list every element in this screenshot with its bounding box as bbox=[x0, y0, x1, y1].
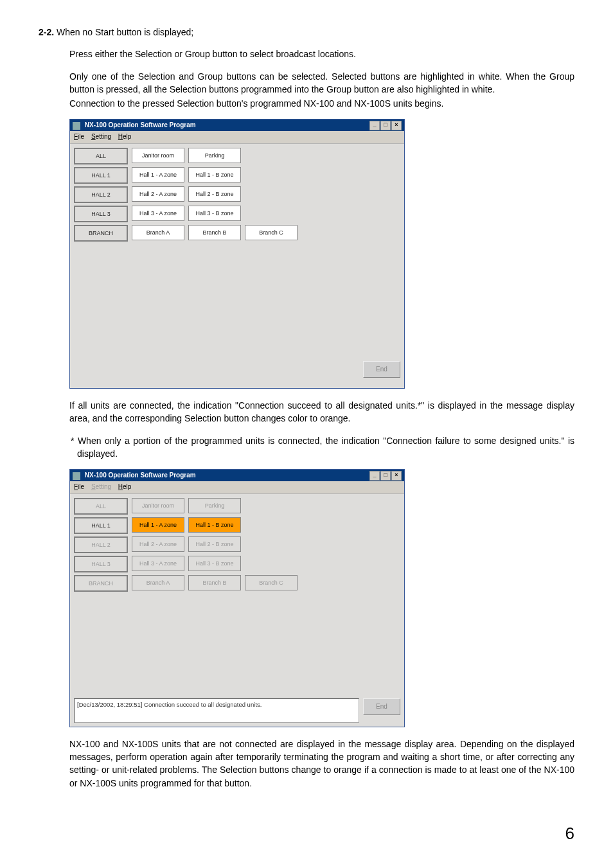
app-window-1: NX-100 Operation Software Program _ □ × … bbox=[69, 119, 405, 389]
paragraph-3: Connection to the pressed Selection butt… bbox=[69, 97, 574, 110]
sel-ba[interactable]: Branch A bbox=[132, 225, 184, 240]
sel-h3b[interactable]: Hall 3 - B zone bbox=[188, 206, 241, 221]
sel-bc[interactable]: Branch C bbox=[245, 225, 298, 240]
titlebar: NX-100 Operation Software Program _ □ × bbox=[70, 470, 404, 481]
group-all-disabled: ALL bbox=[74, 498, 128, 515]
sel-h3b-disabled: Hall 3 - B zone bbox=[188, 556, 241, 571]
sel-h2a[interactable]: Hall 2 - A zone bbox=[132, 186, 184, 202]
sel-parking[interactable]: Parking bbox=[188, 148, 241, 163]
maximize-button[interactable]: □ bbox=[380, 471, 391, 481]
window-title: NX-100 Operation Software Program bbox=[85, 121, 196, 128]
sel-bc-disabled: Branch C bbox=[245, 575, 298, 590]
sel-bb-disabled: Branch B bbox=[188, 575, 241, 590]
sel-h1b[interactable]: Hall 1 - B zone bbox=[188, 167, 241, 182]
message-area: [Dec/13/2002, 18:29:51] Connection succe… bbox=[74, 698, 359, 723]
paragraph-2: Only one of the Selection and Group butt… bbox=[69, 70, 574, 96]
sel-janitor-disabled: Janitor room bbox=[132, 498, 184, 513]
app-icon bbox=[73, 122, 80, 130]
sel-h1b-active[interactable]: Hall 1 - B zone bbox=[188, 517, 241, 533]
group-hall2-disabled: HALL 2 bbox=[74, 536, 128, 553]
sel-h3a[interactable]: Hall 3 - A zone bbox=[132, 206, 184, 221]
paragraph-6: NX-100 and NX-100S units that are not co… bbox=[69, 738, 574, 790]
sel-h1a[interactable]: Hall 1 - A zone bbox=[132, 167, 184, 182]
sel-parking-disabled: Parking bbox=[188, 498, 241, 513]
window-controls: _ □ × bbox=[369, 471, 402, 481]
section-number: 2-2. bbox=[39, 27, 54, 37]
bottom-bar: [Dec/13/2002, 18:29:51] Connection succe… bbox=[70, 695, 404, 727]
end-button[interactable]: End bbox=[363, 361, 400, 378]
empty-area bbox=[74, 594, 400, 691]
menu-file[interactable]: File bbox=[74, 133, 84, 140]
button-area: ALL Janitor room Parking HALL 1 Hall 1 -… bbox=[70, 144, 404, 357]
sel-h2b-disabled: Hall 2 - B zone bbox=[188, 536, 241, 552]
group-hall2[interactable]: HALL 2 bbox=[74, 186, 128, 203]
sel-h2b[interactable]: Hall 2 - B zone bbox=[188, 186, 241, 202]
menu-help[interactable]: Help bbox=[118, 133, 132, 140]
menu-setting-disabled: Setting bbox=[91, 483, 111, 490]
section-heading: 2-2. When no Start button is displayed; bbox=[39, 26, 574, 39]
menu-setting[interactable]: Setting bbox=[91, 133, 111, 140]
window-controls: _ □ × bbox=[369, 121, 402, 130]
group-branch[interactable]: BRANCH bbox=[74, 225, 128, 242]
minimize-button[interactable]: _ bbox=[369, 471, 380, 481]
empty-area bbox=[74, 244, 400, 353]
menu-bar: File Setting Help bbox=[70, 481, 404, 494]
menu-file[interactable]: File bbox=[74, 483, 84, 490]
group-hall3[interactable]: HALL 3 bbox=[74, 206, 128, 222]
message-area-empty bbox=[74, 361, 359, 384]
close-button[interactable]: × bbox=[391, 121, 402, 130]
sel-h1a-active[interactable]: Hall 1 - A zone bbox=[132, 517, 184, 533]
group-all[interactable]: ALL bbox=[74, 148, 128, 164]
maximize-button[interactable]: □ bbox=[380, 121, 391, 130]
group-hall1[interactable]: HALL 1 bbox=[74, 517, 128, 534]
app-icon bbox=[73, 472, 80, 480]
section-title: When no Start button is displayed; bbox=[57, 27, 193, 37]
sel-h2a-disabled: Hall 2 - A zone bbox=[132, 536, 184, 552]
page-number: 6 bbox=[39, 822, 574, 846]
sel-bb[interactable]: Branch B bbox=[188, 225, 241, 240]
paragraph-5-note: * When only a portion of the programmed … bbox=[77, 434, 574, 461]
sel-ba-disabled: Branch A bbox=[132, 575, 184, 590]
minimize-button[interactable]: _ bbox=[369, 121, 380, 130]
close-button[interactable]: × bbox=[391, 471, 402, 481]
sel-h3a-disabled: Hall 3 - A zone bbox=[132, 556, 184, 571]
titlebar: NX-100 Operation Software Program _ □ × bbox=[70, 120, 404, 131]
button-area: ALL Janitor room Parking HALL 1 Hall 1 -… bbox=[70, 494, 404, 695]
paragraph-4: If all units are connected, the indicati… bbox=[69, 399, 574, 425]
menu-help[interactable]: Help bbox=[118, 483, 132, 490]
group-hall3-disabled: HALL 3 bbox=[74, 556, 128, 572]
sel-janitor[interactable]: Janitor room bbox=[132, 148, 184, 163]
menu-bar: File Setting Help bbox=[70, 131, 404, 144]
paragraph-1: Press either the Selection or Group butt… bbox=[69, 48, 574, 60]
group-branch-disabled: BRANCH bbox=[74, 575, 128, 592]
bottom-bar: End bbox=[70, 357, 404, 388]
group-hall1[interactable]: HALL 1 bbox=[74, 167, 128, 184]
end-button[interactable]: End bbox=[363, 698, 400, 715]
app-window-2: NX-100 Operation Software Program _ □ × … bbox=[69, 469, 405, 727]
window-title: NX-100 Operation Software Program bbox=[85, 472, 196, 479]
